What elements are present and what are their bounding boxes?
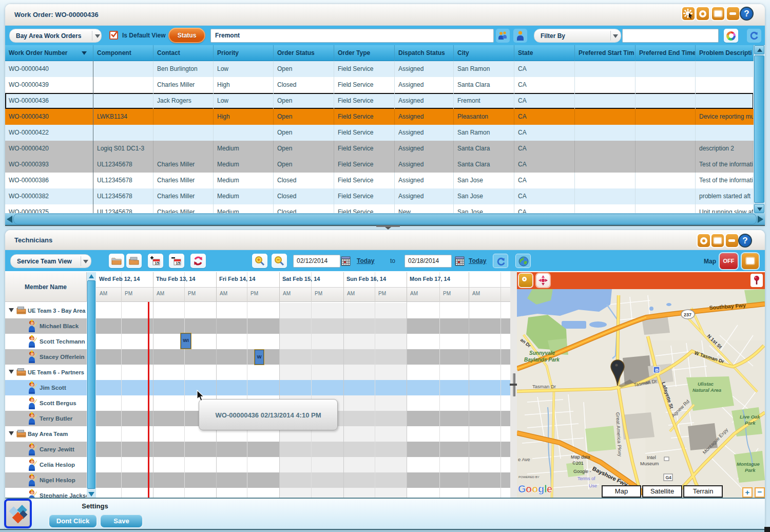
svg-text:g: g xyxy=(538,483,544,495)
svg-text:Montague: Montague xyxy=(737,461,760,467)
svg-text:©201: ©201 xyxy=(572,461,584,466)
svg-text:e Ave: e Ave xyxy=(518,457,530,462)
svg-text:237: 237 xyxy=(684,312,691,317)
svg-text:Use: Use xyxy=(589,483,597,488)
svg-text:Map data: Map data xyxy=(571,454,590,460)
svg-text:B: B xyxy=(655,367,659,373)
svg-text:Natural Area: Natural Area xyxy=(692,387,721,393)
svg-text:POWERED BY: POWERED BY xyxy=(518,476,540,479)
svg-text:Ulistac: Ulistac xyxy=(698,381,714,387)
svg-text:G4: G4 xyxy=(666,475,672,480)
svg-text:Tasman Dr: Tasman Dr xyxy=(532,384,556,389)
svg-text:Intel: Intel xyxy=(647,454,656,460)
svg-text:15: 15 xyxy=(176,261,180,265)
svg-text:Terms of: Terms of xyxy=(578,476,595,481)
svg-text:Sunnyvale: Sunnyvale xyxy=(529,350,555,356)
svg-text:Museum: Museum xyxy=(640,461,659,466)
svg-text:o: o xyxy=(526,483,532,495)
svg-text:o: o xyxy=(532,483,538,495)
svg-text:Live Oak: Live Oak xyxy=(740,414,760,420)
svg-text:Google -: Google - xyxy=(573,469,591,474)
svg-text:Baylands Park: Baylands Park xyxy=(524,357,560,363)
svg-text:15: 15 xyxy=(155,261,159,265)
svg-text:G: G xyxy=(518,483,526,495)
svg-text:Park: Park xyxy=(745,467,756,473)
svg-text:e: e xyxy=(547,483,552,495)
svg-text:Park: Park xyxy=(745,420,756,426)
